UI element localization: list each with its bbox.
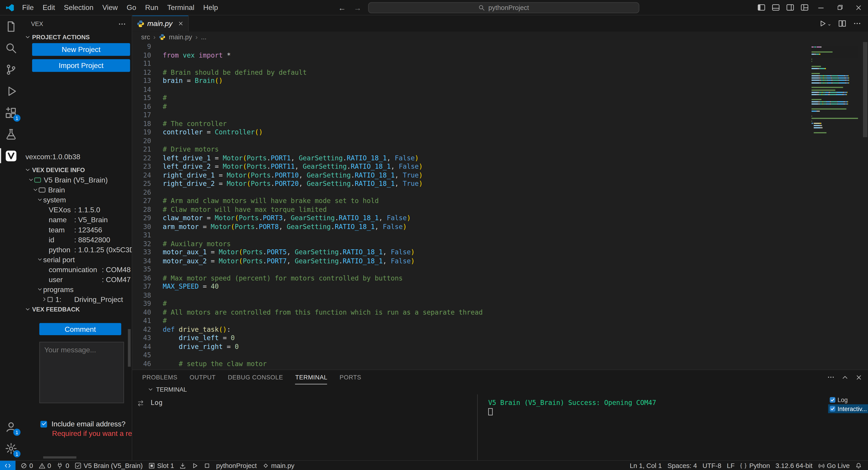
close-button[interactable] bbox=[849, 0, 868, 15]
activity-manage[interactable]: 1 bbox=[0, 437, 22, 459]
tree-row-name[interactable]: name: V5_Brain bbox=[22, 214, 132, 225]
status-indentation[interactable]: Spaces: 4 bbox=[664, 461, 700, 470]
status-eol[interactable]: LF bbox=[724, 461, 737, 470]
tree-row-1-[interactable]: 1:Driving_Project bbox=[22, 294, 132, 304]
status-encoding[interactable]: UTF-8 bbox=[700, 461, 724, 470]
status-notifications[interactable] bbox=[852, 461, 865, 470]
menu-file[interactable]: File bbox=[18, 0, 38, 15]
more-actions-icon[interactable] bbox=[118, 20, 126, 28]
toggle-primary-sidebar-icon[interactable] bbox=[754, 0, 768, 15]
maximize-panel-icon[interactable] bbox=[841, 374, 848, 381]
new-project-button[interactable]: New Project bbox=[32, 43, 130, 56]
menu-help[interactable]: Help bbox=[199, 0, 222, 15]
email-checkbox-row[interactable]: Include email address? bbox=[40, 420, 132, 428]
more-actions-icon[interactable] bbox=[827, 373, 835, 381]
command-center-search[interactable]: pythonProject bbox=[368, 2, 639, 13]
more-actions-icon[interactable] bbox=[853, 20, 862, 28]
toggle-panel-icon[interactable] bbox=[768, 0, 783, 15]
close-tab-icon[interactable] bbox=[178, 21, 184, 27]
chevron-down-icon bbox=[32, 187, 39, 193]
activity-extensions[interactable]: 1 bbox=[0, 102, 22, 124]
minimize-button[interactable] bbox=[811, 0, 830, 15]
status-vex-run[interactable] bbox=[189, 461, 201, 470]
menu-view[interactable]: View bbox=[98, 0, 122, 15]
section-feedback[interactable]: VEX FEEDBACK bbox=[22, 304, 132, 314]
split-editor-icon[interactable] bbox=[838, 20, 846, 28]
nav-forward-icon[interactable]: → bbox=[352, 3, 363, 12]
activity-search[interactable] bbox=[0, 37, 22, 59]
terminal-section-header[interactable]: TERMINAL bbox=[132, 384, 868, 394]
nav-back-icon[interactable]: ← bbox=[337, 3, 347, 12]
breadcrumb-item[interactable]: main.py bbox=[169, 33, 192, 41]
activity-run-and-debug[interactable] bbox=[0, 80, 22, 102]
section-project-actions[interactable]: PROJECT ACTIONS bbox=[22, 32, 132, 42]
status-vex-slot[interactable]: Slot 1 bbox=[146, 461, 177, 470]
menu-edit[interactable]: Edit bbox=[38, 0, 59, 15]
activity-vex[interactable] bbox=[0, 145, 22, 167]
scrollbar-thumb[interactable] bbox=[863, 42, 868, 137]
terminal-pane-right[interactable]: V5 Brain (V5_Brain) Success: Opening COM… bbox=[478, 394, 828, 460]
menu-terminal[interactable]: Terminal bbox=[163, 0, 199, 15]
status-problems-warnings[interactable]: 0 bbox=[36, 461, 54, 470]
tree-row-system[interactable]: system bbox=[22, 195, 132, 205]
import-project-button[interactable]: Import Project bbox=[32, 59, 130, 72]
panel-tab-output[interactable]: OUTPUT bbox=[190, 370, 216, 384]
close-panel-icon[interactable] bbox=[855, 374, 863, 381]
menu-go[interactable]: Go bbox=[122, 0, 141, 15]
toggle-secondary-sidebar-icon[interactable] bbox=[783, 0, 797, 15]
status-project-name[interactable]: pythonProject bbox=[213, 461, 259, 470]
editor-scrollbar[interactable] bbox=[862, 42, 868, 369]
tree-row-team[interactable]: team: 123456 bbox=[22, 225, 132, 234]
terminal-pane-left[interactable]: Log bbox=[132, 394, 477, 460]
code-editor[interactable]: 910from vex import *1112# Brain should b… bbox=[132, 42, 868, 369]
panel-tab-debug-console[interactable]: DEBUG CONSOLE bbox=[228, 370, 283, 384]
sidebar-horizontal-scrollbar[interactable] bbox=[43, 456, 76, 459]
panel-tab-ports[interactable]: PORTS bbox=[340, 370, 361, 384]
status-vex-download[interactable] bbox=[177, 461, 189, 470]
status-cursor-position[interactable]: Ln 1, Col 1 bbox=[627, 461, 665, 470]
status-active-file[interactable]: main.py bbox=[259, 461, 297, 470]
breadcrumb-item[interactable]: src bbox=[141, 33, 150, 41]
activity-accounts[interactable]: 1 bbox=[0, 416, 22, 438]
comment-button[interactable]: Comment bbox=[39, 323, 121, 335]
panel-tab-problems[interactable]: PROBLEMS bbox=[142, 370, 178, 384]
tab-main-py[interactable]: main.py bbox=[132, 15, 188, 32]
tree-row-serial-port[interactable]: serial port bbox=[22, 254, 132, 264]
sidebar-vertical-scrollbar[interactable] bbox=[128, 329, 131, 367]
status-python-interpreter[interactable]: 3.12.6 64-bit bbox=[773, 461, 815, 470]
breadcrumb-item[interactable]: ... bbox=[201, 33, 207, 41]
feedback-message-input[interactable] bbox=[39, 342, 124, 403]
minimap[interactable] bbox=[811, 44, 861, 369]
activity-explorer[interactable] bbox=[0, 15, 22, 37]
status-problems-errors[interactable]: 0 bbox=[18, 461, 36, 470]
breadcrumb[interactable]: src›main.py›... bbox=[132, 32, 868, 42]
customize-layout-icon[interactable] bbox=[797, 0, 811, 15]
status-ports-count[interactable]: 0 bbox=[54, 461, 72, 470]
status-vex-device[interactable]: V5 Brain (V5_Brain) bbox=[72, 461, 146, 470]
menu-selection[interactable]: Selection bbox=[59, 0, 98, 15]
tree-row-v5-brain-v5-brain-[interactable]: V5 Brain (V5_Brain) bbox=[22, 175, 132, 185]
tree-row-communication[interactable]: communication: COM48 bbox=[22, 265, 132, 274]
status-vex-stop[interactable] bbox=[201, 461, 213, 470]
activity-source-control[interactable] bbox=[0, 59, 22, 80]
tree-row-id[interactable]: id: 88542800 bbox=[22, 234, 132, 244]
tree-row-vexos[interactable]: VEXos: 1.1.5.0 bbox=[22, 205, 132, 214]
status-language-mode[interactable]: { }Python bbox=[737, 461, 773, 470]
tree-row-user[interactable]: user: COM47 bbox=[22, 274, 132, 284]
minimap-line bbox=[811, 108, 861, 109]
section-device-info[interactable]: VEX DEVICE INFO bbox=[22, 165, 132, 175]
terminal-body[interactable]: Log V5 Brain (V5_Brain) Success: Opening… bbox=[132, 394, 868, 460]
panel-tab-terminal[interactable]: TERMINAL bbox=[295, 370, 327, 384]
terminal-instance-interactiv-[interactable]: Interactiv... bbox=[828, 404, 868, 413]
restore-button[interactable] bbox=[830, 0, 849, 15]
activity-testing[interactable] bbox=[0, 123, 22, 145]
menu-run[interactable]: Run bbox=[141, 0, 163, 15]
status-go-live[interactable]: Go Live bbox=[815, 461, 852, 470]
remote-window-indicator[interactable] bbox=[0, 461, 16, 470]
tree-row-python[interactable]: python: 1.0.1.25 (0x5C3D... bbox=[22, 244, 132, 254]
tree-row-programs[interactable]: programs bbox=[22, 284, 132, 294]
tree-row-brain[interactable]: Brain bbox=[22, 185, 132, 195]
terminal-instance-log[interactable]: Log bbox=[828, 396, 868, 404]
email-checkbox[interactable] bbox=[40, 421, 47, 427]
run-python-file-button[interactable]: ⌄ bbox=[818, 20, 832, 28]
